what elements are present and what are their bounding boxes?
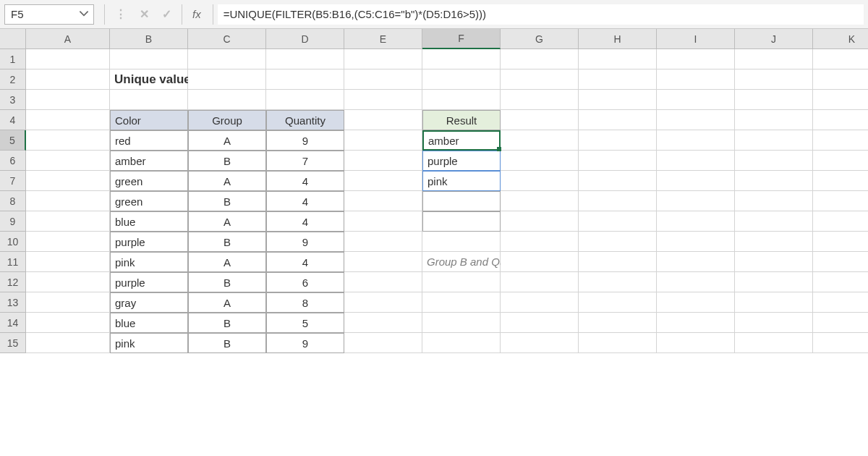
selected-cell[interactable]: amber [422, 130, 501, 151]
cell-H3[interactable] [579, 90, 657, 110]
col-header-I[interactable]: I [657, 29, 735, 49]
cell-E9[interactable] [344, 211, 422, 232]
main-cell-qty[interactable]: 4 [266, 191, 344, 211]
cell-E2[interactable] [344, 69, 422, 90]
main-cell-color[interactable]: purple [110, 232, 188, 252]
fx-label[interactable]: fx [192, 8, 201, 20]
main-cell-group[interactable]: B [188, 313, 266, 333]
col-header-D[interactable]: D [266, 29, 344, 49]
cell-J1[interactable] [735, 49, 813, 69]
cell-J4[interactable] [735, 110, 813, 130]
cell-G1[interactable] [501, 49, 579, 69]
col-header-G[interactable]: G [501, 29, 579, 49]
cell-F10[interactable] [422, 232, 501, 252]
cell-G7[interactable] [501, 171, 579, 191]
result-cell[interactable] [422, 211, 501, 232]
main-cell-qty[interactable]: 9 [266, 333, 344, 353]
main-cell-group[interactable]: B [188, 272, 266, 292]
cell-G3[interactable] [501, 90, 579, 110]
name-box[interactable]: F5 [4, 4, 94, 25]
cell-G9[interactable] [501, 211, 579, 232]
cell-K11[interactable] [813, 252, 868, 272]
cell-G5[interactable] [501, 130, 579, 151]
main-cell-group[interactable]: A [188, 130, 266, 151]
cell-A6[interactable] [26, 151, 110, 171]
cell-E5[interactable] [344, 130, 422, 151]
main-cell-group[interactable]: A [188, 292, 266, 313]
cell-A10[interactable] [26, 232, 110, 252]
cell-G11[interactable] [501, 252, 579, 272]
main-cell-qty[interactable]: 9 [266, 232, 344, 252]
cell-F12[interactable] [422, 272, 501, 292]
row-header-14[interactable]: 14 [0, 313, 26, 333]
cell-K5[interactable] [813, 130, 868, 151]
col-header-H[interactable]: H [579, 29, 657, 49]
cell-K9[interactable] [813, 211, 868, 232]
cell-H4[interactable] [579, 110, 657, 130]
cell-I15[interactable] [657, 333, 735, 353]
cell-I9[interactable] [657, 211, 735, 232]
row-header-7[interactable]: 7 [0, 171, 26, 191]
cell-F2[interactable] [422, 69, 501, 90]
cell-I1[interactable] [657, 49, 735, 69]
cell-I13[interactable] [657, 292, 735, 313]
main-cell-group[interactable]: B [188, 333, 266, 353]
main-cell-color[interactable]: red [110, 130, 188, 151]
cell-G13[interactable] [501, 292, 579, 313]
insert-dropdown-icon[interactable]: ⋮ [115, 7, 127, 21]
row-header-10[interactable]: 10 [0, 232, 26, 252]
cell-G10[interactable] [501, 232, 579, 252]
cell-A15[interactable] [26, 333, 110, 353]
cell-I8[interactable] [657, 191, 735, 211]
cell-H11[interactable] [579, 252, 657, 272]
main-cell-qty[interactable]: 4 [266, 252, 344, 272]
main-cell-group[interactable]: A [188, 211, 266, 232]
cell-J5[interactable] [735, 130, 813, 151]
row-header-11[interactable]: 11 [0, 252, 26, 272]
main-cell-qty[interactable]: 4 [266, 171, 344, 191]
cell-G12[interactable] [501, 272, 579, 292]
cell-E14[interactable] [344, 313, 422, 333]
row-header-8[interactable]: 8 [0, 191, 26, 211]
cell-J10[interactable] [735, 232, 813, 252]
cell-K4[interactable] [813, 110, 868, 130]
cell-I10[interactable] [657, 232, 735, 252]
main-cell-color[interactable]: blue [110, 211, 188, 232]
cell-A9[interactable] [26, 211, 110, 232]
cell-K12[interactable] [813, 272, 868, 292]
cell-A13[interactable] [26, 292, 110, 313]
col-header-A[interactable]: A [26, 29, 110, 49]
main-cell-color[interactable]: gray [110, 292, 188, 313]
cell-I14[interactable] [657, 313, 735, 333]
col-header-E[interactable]: E [344, 29, 422, 49]
cell-H7[interactable] [579, 171, 657, 191]
cell-A5[interactable] [26, 130, 110, 151]
cell-G4[interactable] [501, 110, 579, 130]
cell-F3[interactable] [422, 90, 501, 110]
cell-H14[interactable] [579, 313, 657, 333]
cell-E4[interactable] [344, 110, 422, 130]
cell-K6[interactable] [813, 151, 868, 171]
cell-E10[interactable] [344, 232, 422, 252]
cell-J13[interactable] [735, 292, 813, 313]
col-header-K[interactable]: K [813, 29, 868, 49]
cell-C3[interactable] [188, 90, 266, 110]
cell-H9[interactable] [579, 211, 657, 232]
cell-C2[interactable] [188, 69, 266, 90]
cell-K8[interactable] [813, 191, 868, 211]
cell-G2[interactable] [501, 69, 579, 90]
row-header-15[interactable]: 15 [0, 333, 26, 353]
selection-handle[interactable] [497, 147, 501, 151]
main-cell-color[interactable]: green [110, 171, 188, 191]
cell-E11[interactable] [344, 252, 422, 272]
cell-F14[interactable] [422, 313, 501, 333]
main-cell-qty[interactable]: 5 [266, 313, 344, 333]
cell-I7[interactable] [657, 171, 735, 191]
main-cell-color[interactable]: blue [110, 313, 188, 333]
cell-A1[interactable] [26, 49, 110, 69]
cell-D2[interactable] [266, 69, 344, 90]
cell-I3[interactable] [657, 90, 735, 110]
cell-I6[interactable] [657, 151, 735, 171]
main-cell-qty[interactable]: 9 [266, 130, 344, 151]
cell-G14[interactable] [501, 313, 579, 333]
